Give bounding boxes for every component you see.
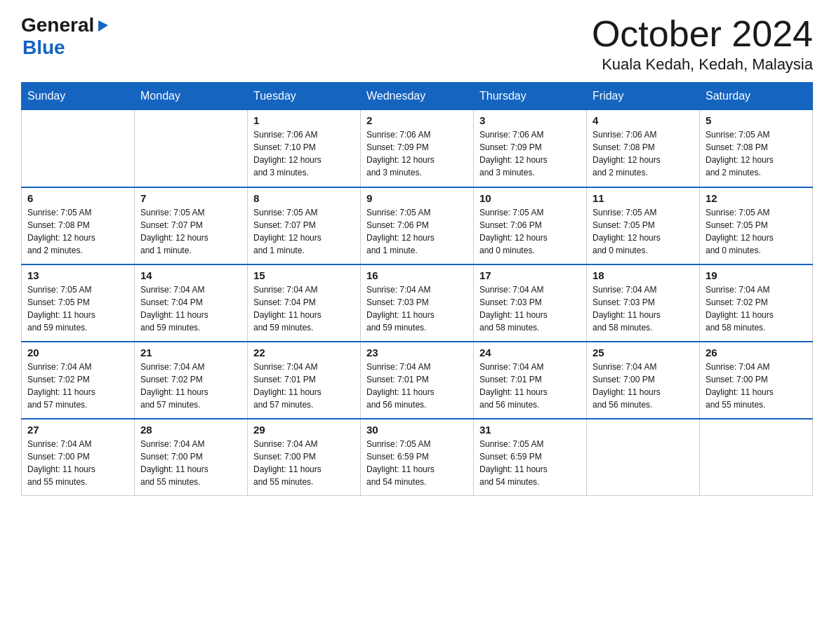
day-info: Sunrise: 7:06 AM Sunset: 7:09 PM Dayligh… xyxy=(479,128,581,179)
day-info: Sunrise: 7:05 AM Sunset: 7:05 PM Dayligh… xyxy=(27,283,128,334)
month-year-title: October 2024 xyxy=(592,14,813,54)
calendar-cell: 9Sunrise: 7:05 AM Sunset: 7:06 PM Daylig… xyxy=(361,187,474,264)
calendar-cell: 13Sunrise: 7:05 AM Sunset: 7:05 PM Dayli… xyxy=(22,264,135,342)
day-info: Sunrise: 7:06 AM Sunset: 7:10 PM Dayligh… xyxy=(253,128,355,179)
calendar-cell xyxy=(700,419,813,496)
calendar-cell: 30Sunrise: 7:05 AM Sunset: 6:59 PM Dayli… xyxy=(361,419,474,496)
calendar-cell: 6Sunrise: 7:05 AM Sunset: 7:08 PM Daylig… xyxy=(22,187,135,264)
logo-general-text: General xyxy=(21,14,94,36)
day-number: 15 xyxy=(253,269,355,281)
weekday-header-tuesday: Tuesday xyxy=(248,83,361,110)
day-number: 13 xyxy=(27,269,128,281)
day-info: Sunrise: 7:04 AM Sunset: 7:00 PM Dayligh… xyxy=(593,361,694,411)
calendar-cell: 16Sunrise: 7:04 AM Sunset: 7:03 PM Dayli… xyxy=(361,264,474,342)
calendar-cell: 11Sunrise: 7:05 AM Sunset: 7:05 PM Dayli… xyxy=(587,187,700,264)
weekday-header-monday: Monday xyxy=(135,83,248,110)
calendar-cell: 31Sunrise: 7:05 AM Sunset: 6:59 PM Dayli… xyxy=(474,419,587,496)
day-info: Sunrise: 7:04 AM Sunset: 7:00 PM Dayligh… xyxy=(27,438,128,488)
day-number: 16 xyxy=(366,269,468,281)
weekday-header-sunday: Sunday xyxy=(22,83,135,110)
calendar-cell xyxy=(22,110,135,187)
weekday-header-wednesday: Wednesday xyxy=(361,83,474,110)
day-info: Sunrise: 7:04 AM Sunset: 7:02 PM Dayligh… xyxy=(706,283,807,334)
day-number: 4 xyxy=(593,114,694,126)
day-number: 14 xyxy=(140,269,241,281)
day-number: 26 xyxy=(706,347,807,358)
page-header: General Blue October 2024 Kuala Kedah, K… xyxy=(21,14,813,74)
day-info: Sunrise: 7:04 AM Sunset: 7:00 PM Dayligh… xyxy=(706,361,807,411)
day-number: 8 xyxy=(253,192,355,204)
day-info: Sunrise: 7:05 AM Sunset: 7:08 PM Dayligh… xyxy=(27,206,128,257)
calendar-cell: 25Sunrise: 7:04 AM Sunset: 7:00 PM Dayli… xyxy=(587,342,700,419)
day-info: Sunrise: 7:05 AM Sunset: 7:06 PM Dayligh… xyxy=(366,206,468,257)
day-number: 3 xyxy=(479,114,581,126)
calendar-cell: 10Sunrise: 7:05 AM Sunset: 7:06 PM Dayli… xyxy=(474,187,587,264)
calendar-table: SundayMondayTuesdayWednesdayThursdayFrid… xyxy=(21,82,813,496)
calendar-week-2: 6Sunrise: 7:05 AM Sunset: 7:08 PM Daylig… xyxy=(22,187,813,264)
calendar-cell: 26Sunrise: 7:04 AM Sunset: 7:00 PM Dayli… xyxy=(700,342,813,419)
day-number: 29 xyxy=(253,424,355,436)
day-info: Sunrise: 7:05 AM Sunset: 7:05 PM Dayligh… xyxy=(706,206,807,257)
day-info: Sunrise: 7:04 AM Sunset: 7:04 PM Dayligh… xyxy=(253,283,355,334)
calendar-cell xyxy=(135,110,248,187)
svg-marker-0 xyxy=(98,20,108,32)
logo-triangle-icon xyxy=(95,18,111,33)
day-number: 18 xyxy=(593,269,694,281)
calendar-cell: 14Sunrise: 7:04 AM Sunset: 7:04 PM Dayli… xyxy=(135,264,248,342)
day-number: 12 xyxy=(706,192,807,204)
calendar-cell: 17Sunrise: 7:04 AM Sunset: 7:03 PM Dayli… xyxy=(474,264,587,342)
calendar-cell: 23Sunrise: 7:04 AM Sunset: 7:01 PM Dayli… xyxy=(361,342,474,419)
logo: General Blue xyxy=(21,14,111,59)
day-number: 9 xyxy=(366,192,468,204)
calendar-cell: 27Sunrise: 7:04 AM Sunset: 7:00 PM Dayli… xyxy=(22,419,135,496)
calendar-cell: 15Sunrise: 7:04 AM Sunset: 7:04 PM Dayli… xyxy=(248,264,361,342)
day-number: 20 xyxy=(27,347,128,358)
day-number: 31 xyxy=(479,424,581,436)
weekday-header-row: SundayMondayTuesdayWednesdayThursdayFrid… xyxy=(22,83,813,110)
calendar-week-5: 27Sunrise: 7:04 AM Sunset: 7:00 PM Dayli… xyxy=(22,419,813,496)
day-number: 27 xyxy=(27,424,128,436)
location-subtitle: Kuala Kedah, Kedah, Malaysia xyxy=(592,55,813,74)
weekday-header-saturday: Saturday xyxy=(700,83,813,110)
day-number: 30 xyxy=(366,424,468,436)
day-number: 1 xyxy=(253,114,355,126)
day-number: 5 xyxy=(706,114,807,126)
title-block: October 2024 Kuala Kedah, Kedah, Malaysi… xyxy=(592,14,813,74)
day-info: Sunrise: 7:04 AM Sunset: 7:04 PM Dayligh… xyxy=(140,283,241,334)
calendar-cell: 5Sunrise: 7:05 AM Sunset: 7:08 PM Daylig… xyxy=(700,110,813,187)
calendar-cell: 7Sunrise: 7:05 AM Sunset: 7:07 PM Daylig… xyxy=(135,187,248,264)
day-info: Sunrise: 7:06 AM Sunset: 7:09 PM Dayligh… xyxy=(366,128,468,179)
day-info: Sunrise: 7:04 AM Sunset: 7:01 PM Dayligh… xyxy=(366,361,468,411)
calendar-cell: 20Sunrise: 7:04 AM Sunset: 7:02 PM Dayli… xyxy=(22,342,135,419)
calendar-cell: 21Sunrise: 7:04 AM Sunset: 7:02 PM Dayli… xyxy=(135,342,248,419)
day-number: 11 xyxy=(593,192,694,204)
calendar-cell: 2Sunrise: 7:06 AM Sunset: 7:09 PM Daylig… xyxy=(361,110,474,187)
day-info: Sunrise: 7:04 AM Sunset: 7:00 PM Dayligh… xyxy=(253,438,355,488)
day-number: 23 xyxy=(366,347,468,358)
day-number: 10 xyxy=(479,192,581,204)
day-number: 22 xyxy=(253,347,355,358)
day-number: 7 xyxy=(140,192,241,204)
calendar-cell: 1Sunrise: 7:06 AM Sunset: 7:10 PM Daylig… xyxy=(248,110,361,187)
calendar-week-1: 1Sunrise: 7:06 AM Sunset: 7:10 PM Daylig… xyxy=(22,110,813,187)
calendar-cell: 29Sunrise: 7:04 AM Sunset: 7:00 PM Dayli… xyxy=(248,419,361,496)
day-info: Sunrise: 7:05 AM Sunset: 7:08 PM Dayligh… xyxy=(706,128,807,179)
day-number: 28 xyxy=(140,424,241,436)
day-number: 25 xyxy=(593,347,694,358)
day-info: Sunrise: 7:04 AM Sunset: 7:02 PM Dayligh… xyxy=(140,361,241,411)
day-info: Sunrise: 7:06 AM Sunset: 7:08 PM Dayligh… xyxy=(593,128,694,179)
day-info: Sunrise: 7:05 AM Sunset: 6:59 PM Dayligh… xyxy=(479,438,581,488)
day-info: Sunrise: 7:04 AM Sunset: 7:03 PM Dayligh… xyxy=(479,283,581,334)
day-info: Sunrise: 7:05 AM Sunset: 7:06 PM Dayligh… xyxy=(479,206,581,257)
weekday-header-thursday: Thursday xyxy=(474,83,587,110)
day-info: Sunrise: 7:04 AM Sunset: 7:03 PM Dayligh… xyxy=(366,283,468,334)
day-info: Sunrise: 7:04 AM Sunset: 7:01 PM Dayligh… xyxy=(479,361,581,411)
calendar-cell: 4Sunrise: 7:06 AM Sunset: 7:08 PM Daylig… xyxy=(587,110,700,187)
day-info: Sunrise: 7:04 AM Sunset: 7:03 PM Dayligh… xyxy=(593,283,694,334)
day-number: 17 xyxy=(479,269,581,281)
calendar-week-3: 13Sunrise: 7:05 AM Sunset: 7:05 PM Dayli… xyxy=(22,264,813,342)
day-number: 6 xyxy=(27,192,128,204)
calendar-cell: 18Sunrise: 7:04 AM Sunset: 7:03 PM Dayli… xyxy=(587,264,700,342)
calendar-cell: 24Sunrise: 7:04 AM Sunset: 7:01 PM Dayli… xyxy=(474,342,587,419)
calendar-cell: 3Sunrise: 7:06 AM Sunset: 7:09 PM Daylig… xyxy=(474,110,587,187)
